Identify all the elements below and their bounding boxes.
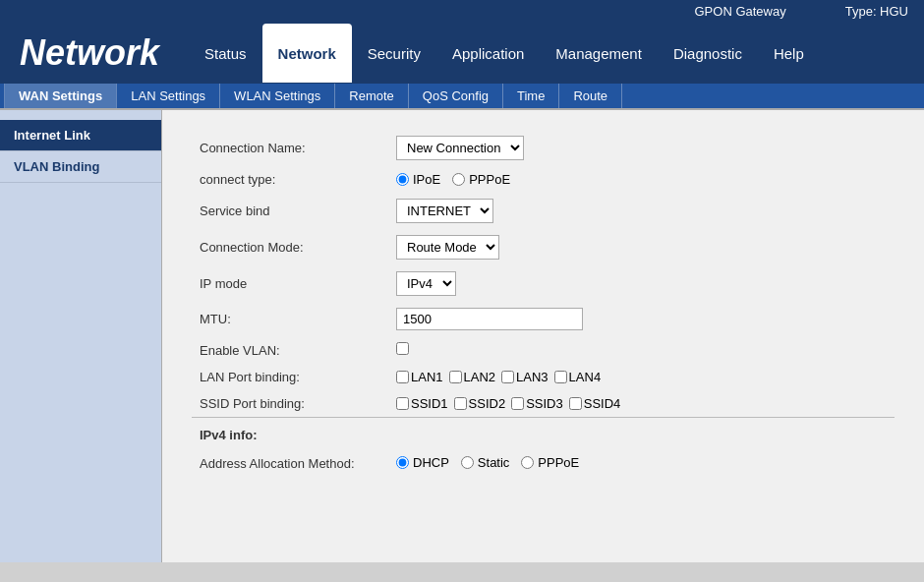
ipoe-radio-label[interactable]: IPoE [396,172,440,187]
ip-mode-select[interactable]: IPv4 [396,271,456,296]
nav-status[interactable]: Status [189,24,262,83]
lan2-checkbox[interactable] [449,371,462,383]
enable-vlan-checkbox[interactable] [396,342,409,355]
pppoe-addr-label: PPPoE [538,455,579,470]
lan4-checkbox[interactable] [554,371,567,383]
lan4-label[interactable]: LAN4 [554,370,602,384]
subnav-route[interactable]: Route [559,84,622,108]
ssid3-label[interactable]: SSID3 [511,396,563,411]
subnav-wlan-settings[interactable]: WLAN Settings [220,84,335,108]
connection-name-select[interactable]: New Connection [396,136,524,160]
ssid4-label[interactable]: SSID4 [569,396,621,411]
nav-network[interactable]: Network [262,24,352,83]
subnav-lan-settings[interactable]: LAN Settings [117,84,220,108]
top-bar: GPON Gateway Type: HGU [0,0,924,23]
ipv4-info-header-row: IPv4 info: [192,418,895,449]
static-radio[interactable] [461,456,474,469]
enable-vlan-row: Enable VLAN: [192,336,895,364]
lan-port-group: LAN1 LAN2 LAN3 LAN4 [396,370,887,384]
pppoe-addr-radio[interactable] [521,456,534,469]
connect-type-row: connect type: IPoE PPPoE [192,166,895,193]
subnav-qos-config[interactable]: QoS Config [409,84,503,108]
enable-vlan-label: Enable VLAN: [192,336,388,364]
dhcp-radio-label[interactable]: DHCP [396,455,449,470]
lan2-label[interactable]: LAN2 [449,370,496,384]
dhcp-label: DHCP [413,455,449,470]
lan3-label[interactable]: LAN3 [501,370,549,384]
ssid4-checkbox[interactable] [569,397,582,410]
nav-diagnostic[interactable]: Diagnostic [658,24,758,83]
form-table: Connection Name: New Connection connect … [192,130,895,477]
lan3-checkbox[interactable] [501,371,514,383]
ssid1-checkbox[interactable] [396,397,409,410]
main-content: Connection Name: New Connection connect … [162,110,924,562]
ip-mode-label: IP mode [192,265,388,302]
connection-name-label: Connection Name: [192,130,388,166]
sub-nav: WAN Settings LAN Settings WLAN Settings … [0,84,924,110]
nav-help[interactable]: Help [758,24,820,83]
mtu-label: MTU: [192,302,388,336]
lan-port-row: LAN Port binding: LAN1 LAN2 LAN3 LAN4 [192,364,895,390]
ssid-port-label: SSID Port binding: [192,390,388,418]
pppoe-radio[interactable] [452,173,465,186]
pppoe-addr-radio-label[interactable]: PPPoE [521,455,579,470]
pppoe-radio-label[interactable]: PPPoE [452,172,510,187]
header: Network Status Network Security Applicat… [0,23,924,84]
ipoe-radio[interactable] [396,173,409,186]
ip-mode-row: IP mode IPv4 [192,265,895,302]
dhcp-radio[interactable] [396,456,409,469]
ssid2-label[interactable]: SSID2 [454,396,506,411]
ssid-port-group: SSID1 SSID2 SSID3 SSID4 [396,396,887,411]
ssid1-label[interactable]: SSID1 [396,396,448,411]
sidebar-item-vlan-binding[interactable]: VLAN Binding [0,151,161,183]
ssid2-checkbox[interactable] [454,397,467,410]
connection-name-row: Connection Name: New Connection [192,130,895,166]
nav-application[interactable]: Application [436,24,540,83]
pppoe-label: PPPoE [469,172,510,187]
brand-logo: Network [0,23,179,84]
connect-type-label: connect type: [192,166,388,193]
connect-type-group: IPoE PPPoE [396,172,887,187]
address-allocation-label: Address Allocation Method: [192,448,388,477]
ipoe-label: IPoE [413,172,440,187]
lan1-checkbox[interactable] [396,371,409,383]
nav-management[interactable]: Management [540,24,658,83]
subnav-remote[interactable]: Remote [335,84,409,108]
service-bind-row: Service bind INTERNET [192,193,895,229]
service-bind-label: Service bind [192,193,388,229]
ssid-port-row: SSID Port binding: SSID1 SSID2 SSID3 SSI… [192,390,895,418]
ssid3-checkbox[interactable] [511,397,524,410]
main-nav: Status Network Security Application Mana… [179,24,924,83]
content-area: Internet Link VLAN Binding Connection Na… [0,110,924,562]
mtu-row: MTU: [192,302,895,336]
connection-mode-label: Connection Mode: [192,229,388,265]
nav-security[interactable]: Security [352,24,436,83]
sidebar-item-internet-link[interactable]: Internet Link [0,120,161,151]
mtu-input[interactable] [396,308,583,330]
address-allocation-row: Address Allocation Method: DHCP Static [192,448,895,477]
subnav-time[interactable]: Time [503,84,559,108]
lan-port-label: LAN Port binding: [192,364,388,390]
connection-mode-select[interactable]: Route Mode [396,235,499,260]
ipv4-info-label: IPv4 info: [200,428,258,442]
connection-mode-row: Connection Mode: Route Mode [192,229,895,265]
lan1-label[interactable]: LAN1 [396,370,443,384]
device-label: GPON Gateway [695,4,786,19]
subnav-wan-settings[interactable]: WAN Settings [4,84,117,108]
sidebar: Internet Link VLAN Binding [0,110,162,562]
service-bind-select[interactable]: INTERNET [396,199,493,223]
static-label: Static [478,455,510,470]
address-method-group: DHCP Static PPPoE [396,455,887,470]
static-radio-label[interactable]: Static [461,455,510,470]
type-label: Type: HGU [845,4,908,19]
